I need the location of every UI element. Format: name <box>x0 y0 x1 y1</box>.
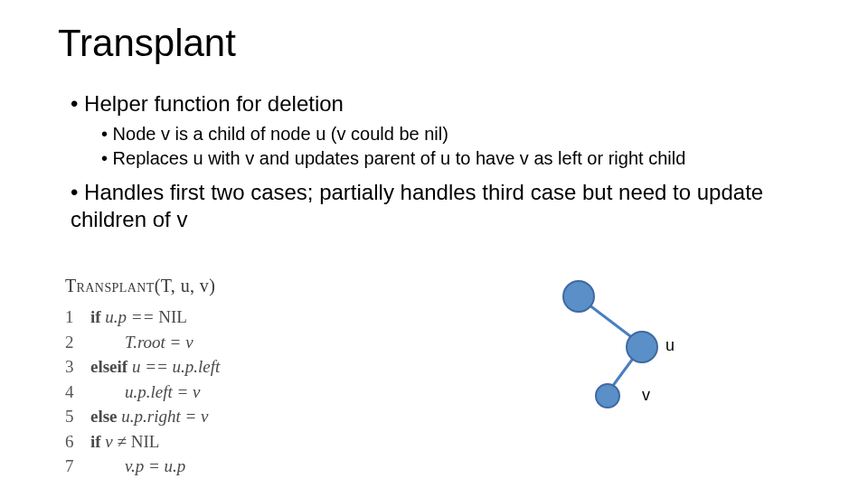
line-number: 3 <box>65 354 90 380</box>
fn-args: (T, u, v) <box>155 276 216 296</box>
node-v <box>596 384 619 408</box>
node-u <box>627 332 657 362</box>
line-code: if u.p == NIL <box>90 305 187 330</box>
pseudocode-line: 6if v ≠ NIL <box>65 429 220 455</box>
bullet-1: Helper function for deletion <box>71 90 821 117</box>
pseudocode-line: 4u.p.left = v <box>65 380 220 405</box>
line-code: v.p = u.p <box>90 454 185 479</box>
pseudocode-line: 1if u.p == NIL <box>65 305 220 330</box>
node-parent <box>563 281 594 312</box>
line-number: 6 <box>65 429 90 455</box>
pseudocode-line: 3elseif u == u.p.left <box>65 354 220 380</box>
label-v: v <box>642 386 650 405</box>
line-number: 5 <box>65 404 90 429</box>
edge-parent-u <box>585 302 637 342</box>
line-number: 1 <box>65 305 90 330</box>
line-code: u.p.left = v <box>90 380 201 405</box>
line-code: else u.p.right = v <box>90 404 209 429</box>
fn-name: Transplant <box>65 276 155 296</box>
slide-title: Transplant <box>58 22 236 65</box>
line-code: T.root = v <box>90 330 193 355</box>
line-number: 4 <box>65 380 90 405</box>
bullet-list: Helper function for deletion Node v is a… <box>71 90 821 233</box>
pseudocode-block: Transplant(T, u, v) 1if u.p == NIL2T.roo… <box>65 273 220 479</box>
pseudocode-line: 2T.root = v <box>65 330 220 355</box>
label-u: u <box>665 336 675 355</box>
line-code: if v ≠ NIL <box>90 429 159 455</box>
bullet-1-sub-1: Node v is a child of node u (v could be … <box>101 123 821 145</box>
bullet-2: Handles first two cases; partially handl… <box>71 179 821 233</box>
tree-svg <box>506 280 741 434</box>
bullet-1-sub-2: Replaces u with v and updates parent of … <box>101 147 821 170</box>
pseudocode-line: 5else u.p.right = v <box>65 404 220 429</box>
tree-diagram: u v <box>506 280 741 434</box>
pseudocode-line: 7v.p = u.p <box>65 454 220 479</box>
slide: Transplant Helper function for deletion … <box>0 0 868 488</box>
pseudocode-header: Transplant(T, u, v) <box>65 273 220 299</box>
pseudocode-lines: 1if u.p == NIL2T.root = v3elseif u == u.… <box>65 305 220 479</box>
line-number: 7 <box>65 454 90 479</box>
line-number: 2 <box>65 330 90 355</box>
line-code: elseif u == u.p.left <box>90 354 220 380</box>
